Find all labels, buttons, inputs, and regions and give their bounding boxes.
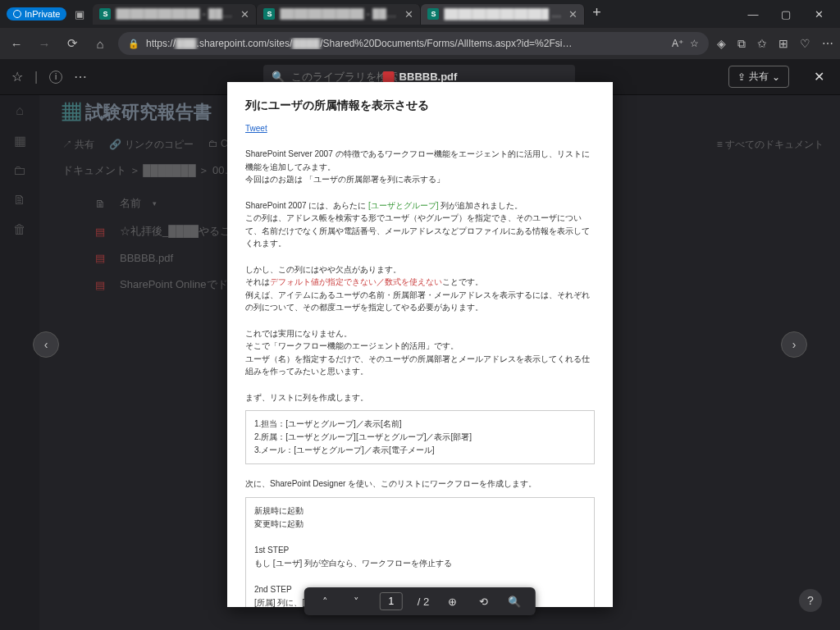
close-icon[interactable]: ✕ [404, 8, 413, 21]
workspaces-icon[interactable]: ▣ [70, 4, 89, 24]
sharepoint-favicon: S [427, 8, 439, 20]
browser-essentials-icon[interactable]: ♡ [800, 37, 810, 51]
pdf-page: 列にユーザの所属情報を表示させる Tweet SharePoint Server… [227, 82, 613, 607]
maximize-button[interactable]: ▢ [778, 8, 794, 21]
page-number-input[interactable] [380, 592, 403, 610]
browser-tab[interactable]: S ████████████ - ████ ✕ [93, 4, 257, 25]
favorite-icon[interactable]: ☆ [690, 38, 699, 49]
prev-page-button[interactable]: ‹ [33, 331, 59, 358]
doc-heading: 列にユーザの所属情報を表示させる [245, 97, 595, 115]
address-bar: ← → ⟳ ⌂ 🔒 https://███.sharepoint.com/sit… [0, 28, 840, 59]
back-button[interactable]: ← [7, 34, 26, 53]
tab-title: ████████████ - ████ [116, 8, 235, 20]
close-icon[interactable]: ✕ [568, 8, 578, 21]
url-input[interactable]: 🔒 https://███.sharepoint.com/sites/████/… [118, 32, 709, 55]
page-total: / 2 [418, 596, 429, 608]
page-down-button[interactable]: ˅ [349, 596, 365, 608]
sharepoint-favicon: S [99, 8, 111, 20]
pdf-toolbar: ˄ ˅ / 2 ⊕ ⟲ 🔍 [304, 587, 536, 615]
minimize-button[interactable]: — [745, 8, 761, 21]
lock-icon: 🔒 [128, 39, 139, 49]
browser-tab[interactable]: S ████████████ - ████ ✕ [257, 4, 421, 25]
new-tab-button[interactable]: + [585, 4, 608, 25]
reader-icon[interactable]: A⁺ [672, 38, 683, 49]
zoom-in-button[interactable]: ⊕ [444, 596, 460, 608]
sharepoint-favicon: S [263, 8, 275, 20]
rotate-button[interactable]: ⟲ [475, 596, 491, 608]
menu-icon[interactable]: ⋯ [822, 37, 833, 51]
favorites-bar-icon[interactable]: ✩ [757, 37, 767, 51]
pdf-viewer: ‹ › 列にユーザの所属情報を表示させる Tweet SharePoint Se… [0, 59, 840, 630]
tweet-link[interactable]: Tweet [245, 124, 267, 133]
refresh-button[interactable]: ⟳ [62, 34, 82, 53]
tab-strip: S ████████████ - ████ ✕ S ████████████ -… [93, 4, 742, 25]
page-up-button[interactable]: ˄ [317, 596, 334, 608]
close-icon[interactable]: ✕ [240, 8, 249, 21]
home-button[interactable]: ⌂ [90, 34, 110, 53]
window-controls: — ▢ ✕ [745, 8, 833, 21]
column-link: [ユーザとグループ] [368, 201, 439, 210]
tab-title: ████████████ - ████ [280, 8, 399, 20]
inprivate-badge: InPrivate [7, 7, 66, 21]
search-in-pdf-button[interactable]: 🔍 [506, 596, 523, 608]
url-text: https://███.sharepoint.com/sites/████/Sh… [146, 38, 665, 49]
window-close-button[interactable]: ✕ [810, 8, 827, 21]
tracking-icon[interactable]: ◈ [717, 37, 726, 51]
help-button[interactable]: ? [799, 589, 822, 612]
browser-titlebar: InPrivate ▣ S ████████████ - ████ ✕ S ██… [0, 0, 840, 28]
next-page-button[interactable]: › [781, 331, 807, 358]
code-block: 1.担当：[ユーザとグループ]／表示[名前] 2.所属：[ユーザとグループ][ユ… [245, 410, 595, 464]
collections-icon[interactable]: ⧉ [737, 37, 746, 51]
browser-tab-active[interactable]: S ███████████████ - す… ✕ [421, 4, 585, 25]
tab-title: ███████████████ - す… [444, 7, 564, 21]
forward-button[interactable]: → [34, 34, 54, 53]
extensions-icon[interactable]: ⊞ [778, 37, 788, 51]
